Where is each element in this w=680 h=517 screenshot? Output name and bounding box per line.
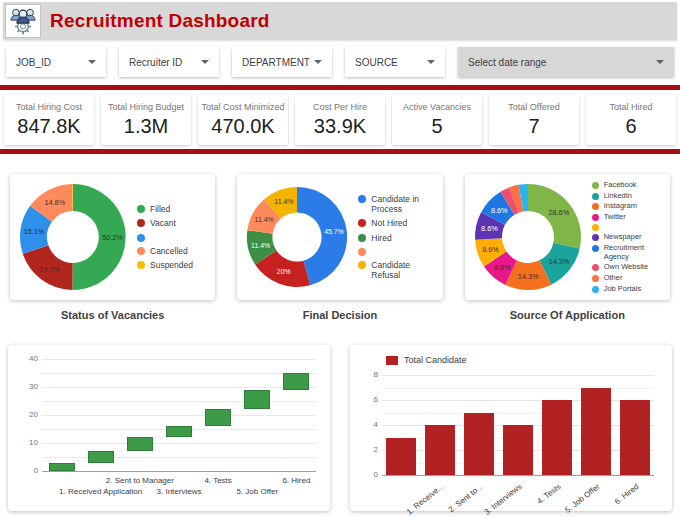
x-axis-label: 6. Hired	[282, 476, 310, 485]
source-of-application-chart[interactable]: 28.6%14.3%14.3%8.6%8.6%8.6%8.6%FacebookL…	[465, 174, 670, 300]
legend-dot	[137, 205, 145, 213]
kpi-row: Total Hiring Cost 847.8K Total Hiring Bu…	[4, 95, 676, 145]
filter-date-range-label: Select date range	[468, 57, 546, 68]
filter-department[interactable]: DEPARTMENT	[232, 47, 332, 77]
gridline	[42, 457, 316, 458]
axis-baseline	[382, 475, 654, 476]
source-of-application-section: 28.6%14.3%14.3%8.6%8.6%8.6%8.6%FacebookL…	[465, 174, 670, 321]
hiring-funnel-waterfall-chart[interactable]: 0102030401. Received Application2. Sent …	[8, 345, 330, 511]
slice-label: 20%	[277, 268, 291, 275]
chevron-down-icon	[88, 60, 96, 64]
chevron-down-icon	[656, 60, 664, 64]
team-gear-icon	[5, 4, 41, 38]
gridline	[42, 387, 316, 388]
waterfall-box	[88, 451, 114, 462]
chevron-down-icon	[314, 60, 322, 64]
slice-label: 11.4%	[251, 242, 270, 249]
y-tick-label: 0	[356, 470, 378, 479]
waterfall-box	[49, 463, 75, 471]
legend-label: Cancelled	[150, 246, 188, 256]
waterfall-box	[283, 373, 309, 390]
x-axis-label: 6. Hired	[613, 482, 641, 506]
chart-legend: FilledVacantCancelledSuspended	[137, 204, 193, 270]
legend-dot	[592, 275, 599, 282]
gridline	[382, 400, 654, 401]
header: Recruitment Dashboard	[3, 2, 677, 40]
legend-item: Hired	[358, 233, 438, 243]
slice-label: 45.7%	[325, 228, 345, 235]
legend-item: LinkedIn	[592, 192, 666, 201]
chart-title: Source Of Application	[465, 309, 670, 321]
legend-label: Candidate Refusal	[371, 260, 438, 280]
divider-top	[0, 85, 680, 90]
x-axis-label: 5. Job Offer	[236, 487, 278, 496]
filter-date-range[interactable]: Select date range	[458, 47, 674, 77]
x-axis-label: 1. Received Application	[59, 487, 142, 496]
waterfall-box	[205, 409, 231, 426]
gridline	[42, 359, 316, 360]
filter-source-label: SOURCE	[355, 57, 398, 68]
slice-label: 50.2%	[102, 233, 123, 242]
donut-svg: 50.2%19.7%15.1%14.8%	[18, 182, 128, 292]
legend-label: Hired	[371, 233, 391, 243]
filter-recruiter-id[interactable]: Recruiter ID	[119, 47, 219, 77]
x-axis-label: 4. Tests	[535, 482, 562, 506]
legend-dot	[592, 182, 599, 189]
legend-item: Job Portals	[592, 285, 666, 294]
kpi-total-hiring-budget: Total Hiring Budget 1.3M	[101, 95, 191, 145]
legend-item: Instagram	[592, 202, 666, 211]
kpi-value: 5	[392, 115, 482, 138]
slice-label: 14.8%	[44, 198, 65, 207]
legend-label: LinkedIn	[604, 192, 632, 201]
waterfall-box	[244, 390, 270, 410]
gridline	[42, 401, 316, 402]
legend-dot	[358, 234, 366, 242]
total-candidate-bar-chart[interactable]: Total Candidate 024681. Receive...2. Sen…	[350, 345, 672, 511]
kpi-label: Total Offered	[489, 102, 579, 112]
bar	[542, 400, 572, 475]
filter-job-id-label: JOB_ID	[16, 57, 51, 68]
gridline	[42, 443, 316, 444]
legend-item: Newspaper	[592, 233, 666, 242]
legend-label: Vacant	[150, 218, 176, 228]
chart-title: Final Decision	[237, 309, 442, 321]
kpi-label: Total Hiring Budget	[101, 102, 191, 112]
y-tick-label: 10	[14, 438, 38, 447]
slice-label: 15.1%	[24, 227, 45, 236]
legend-label: Twitter	[604, 213, 626, 222]
slice-label: 14.3%	[518, 272, 539, 281]
kpi-label: Total Cost Minimized	[198, 102, 288, 112]
kpi-value: 7	[489, 115, 579, 138]
status-of-vacancies-chart[interactable]: 50.2%19.7%15.1%14.8%FilledVacantCancelle…	[10, 174, 215, 300]
legend-label: Instagram	[604, 202, 637, 211]
dashboard-page: Recruitment Dashboard JOB_ID Recruiter I…	[0, 0, 680, 517]
kpi-total-hired: Total Hired 6	[586, 95, 676, 145]
legend-item: Facebook	[592, 181, 666, 190]
kpi-cost-per-hire: Cost Per Hire 33.9K	[295, 95, 385, 145]
filter-job-id[interactable]: JOB_ID	[6, 47, 106, 77]
bar	[464, 413, 494, 476]
final-decision-chart[interactable]: 45.7%20%11.4%11.4%11.4%Candidate in Proc…	[237, 174, 442, 300]
y-tick-label: 20	[14, 410, 38, 419]
legend-label: Newspaper	[604, 233, 642, 242]
slice-label: 8.6%	[491, 206, 508, 215]
gridline	[42, 415, 316, 416]
legend-label: Suspended	[150, 260, 193, 270]
x-axis-label: 2. Sent to...	[447, 482, 485, 514]
kpi-label: Total Hired	[586, 102, 676, 112]
kpi-label: Cost Per Hire	[295, 102, 385, 112]
filter-bar: JOB_ID Recruiter ID DEPARTMENT SOURCE Se…	[6, 47, 674, 77]
status-of-vacancies-section: 50.2%19.7%15.1%14.8%FilledVacantCancelle…	[10, 174, 215, 321]
x-axis-label: 1. Receive...	[405, 482, 446, 516]
legend-dot	[137, 247, 145, 255]
legend-label: Recruitment Agency	[604, 244, 666, 261]
slice-label: 8.6%	[482, 245, 499, 254]
legend-dot	[592, 234, 599, 241]
chart-legend: Total Candidate	[386, 355, 467, 365]
chart-legend: Candidate in ProcessNot HiredHiredCandid…	[358, 194, 438, 280]
filter-department-label: DEPARTMENT	[242, 57, 310, 68]
filter-source[interactable]: SOURCE	[345, 47, 445, 77]
legend-item: Suspended	[137, 260, 193, 270]
legend-item: Own Website	[592, 263, 666, 272]
kpi-total-hiring-cost: Total Hiring Cost 847.8K	[4, 95, 94, 145]
